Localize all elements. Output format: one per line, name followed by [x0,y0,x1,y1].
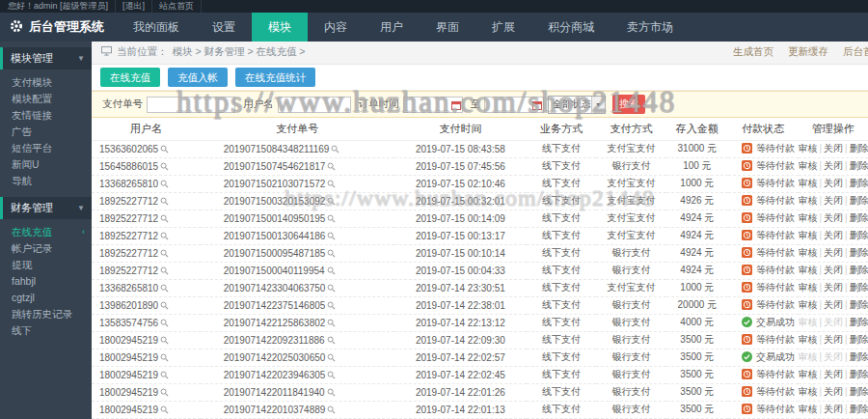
op-link-删除[interactable]: 删除 [850,386,868,397]
op-link-审核[interactable]: 审核 [799,334,818,345]
magnifier-icon[interactable] [160,388,169,397]
op-link-删除[interactable]: 删除 [850,282,868,293]
sidebar-item-友情链接[interactable]: 友情链接 [0,107,92,124]
username-input[interactable] [278,97,351,113]
op-link-删除[interactable]: 删除 [850,369,868,379]
magnifier-icon[interactable] [327,371,336,379]
op-link-关闭[interactable]: 关闭 [824,195,843,206]
nav-tab-模块[interactable]: 模块 [252,13,308,42]
op-link-审核[interactable]: 审核 [799,369,818,379]
toolbar-button-充值入帐[interactable]: 充值入帐 [168,68,228,87]
magnifier-icon[interactable] [331,145,339,154]
op-link-删除[interactable]: 删除 [850,160,868,171]
op-link-关闭[interactable]: 关闭 [824,334,843,345]
magnifier-icon[interactable] [327,405,336,414]
magnifier-icon[interactable] [327,319,336,327]
op-link-删除[interactable]: 删除 [850,334,868,345]
magnifier-icon[interactable] [160,249,169,258]
toolbar-button-在线充值[interactable]: 在线充值 [100,68,160,87]
magnifier-icon[interactable] [160,214,169,223]
magnifier-icon[interactable] [160,405,169,414]
op-link-审核[interactable]: 审核 [799,143,818,154]
quick-link-生成首页[interactable]: 生成首页 [733,45,773,59]
logout-link[interactable]: [退出] [116,0,152,13]
op-link-关闭[interactable]: 关闭 [824,230,843,240]
magnifier-icon[interactable] [160,319,169,327]
magnifier-icon[interactable] [327,301,336,310]
magnifier-icon[interactable] [327,284,336,293]
nav-tab-设置[interactable]: 设置 [196,13,252,42]
op-link-关闭[interactable]: 关闭 [824,143,843,154]
sidebar-item-cgtzjl[interactable]: cgtzjl [0,290,92,306]
nav-tab-我的面板[interactable]: 我的面板 [117,13,196,42]
magnifier-icon[interactable] [160,197,169,206]
site-home-link[interactable]: 站点首页 [152,0,202,13]
nav-tab-扩展[interactable]: 扩展 [475,13,531,42]
op-link-审核[interactable]: 审核 [799,212,818,223]
op-link-关闭[interactable]: 关闭 [824,404,843,414]
op-link-删除[interactable]: 删除 [850,195,868,206]
op-link-删除[interactable]: 删除 [850,404,868,414]
sidebar-item-帐户记录[interactable]: 帐户记录 [0,240,92,257]
op-link-关闭[interactable]: 关闭 [824,282,843,293]
magnifier-icon[interactable] [160,145,169,154]
op-link-删除[interactable]: 删除 [850,178,868,188]
magnifier-icon[interactable] [327,388,336,397]
sidebar-item-导航[interactable]: 导航 [0,173,92,189]
sidebar-item-新闻U[interactable]: 新闻U [0,156,92,173]
magnifier-icon[interactable] [160,266,169,275]
op-link-删除[interactable]: 删除 [850,247,868,258]
sidebar-item-线下[interactable]: 线下 [0,322,92,339]
sidebar-item-跳转历史记录[interactable]: 跳转历史记录 [0,306,92,322]
op-link-关闭[interactable]: 关闭 [824,212,843,223]
magnifier-icon[interactable] [160,232,169,240]
magnifier-icon[interactable] [160,162,169,171]
op-link-关闭[interactable]: 关闭 [824,247,843,258]
op-link-审核[interactable]: 审核 [799,386,818,397]
op-link-关闭[interactable]: 关闭 [824,160,843,171]
quick-link-更新缓存[interactable]: 更新缓存 [788,45,828,59]
sidebar-item-fahbjl[interactable]: fahbjl [0,273,92,290]
magnifier-icon[interactable] [327,353,336,362]
sidebar-item-广告[interactable]: 广告 [0,124,92,140]
op-link-审核[interactable]: 审核 [799,247,818,258]
op-link-审核[interactable]: 审核 [799,160,818,171]
op-link-删除[interactable]: 删除 [850,212,868,223]
op-link-审核[interactable]: 审核 [799,195,818,206]
op-link-删除[interactable]: 删除 [850,265,868,275]
magnifier-icon[interactable] [327,232,336,240]
op-link-删除[interactable]: 删除 [850,143,868,154]
op-link-删除[interactable]: 删除 [850,351,868,362]
pay-no-input[interactable] [147,97,235,113]
op-link-删除[interactable]: 删除 [850,299,868,310]
magnifier-icon[interactable] [160,371,169,379]
op-link-删除[interactable]: 删除 [850,317,868,327]
magnifier-icon[interactable] [160,180,169,188]
search-button[interactable]: 搜索 [612,95,645,114]
op-link-审核[interactable]: 审核 [799,265,818,275]
sidebar-item-提现[interactable]: 提现 [0,257,92,273]
op-link-审核[interactable]: 审核 [799,299,818,310]
magnifier-icon[interactable] [160,284,169,293]
op-link-关闭[interactable]: 关闭 [824,265,843,275]
magnifier-icon[interactable] [327,249,336,258]
magnifier-icon[interactable] [327,162,336,171]
op-link-关闭[interactable]: 关闭 [824,299,843,310]
sidebar-section-title[interactable]: 模块管理▼ [0,47,92,70]
op-link-审核[interactable]: 审核 [799,404,818,414]
sidebar-item-支付模块[interactable]: 支付模块 [0,74,92,91]
op-link-关闭[interactable]: 关闭 [824,386,843,397]
magnifier-icon[interactable] [160,336,169,345]
magnifier-icon[interactable] [327,214,336,223]
nav-tab-内容[interactable]: 内容 [308,13,364,42]
nav-tab-积分商城[interactable]: 积分商城 [531,13,610,42]
op-link-关闭[interactable]: 关闭 [824,178,843,188]
quick-link-后台首页[interactable]: 后台首页 [843,45,868,59]
magnifier-icon[interactable] [160,353,169,362]
nav-tab-界面[interactable]: 界面 [420,13,475,42]
nav-tab-用户[interactable]: 用户 [364,13,420,42]
toolbar-button-在线充值统计[interactable]: 在线充值统计 [235,68,315,87]
op-link-审核[interactable]: 审核 [799,230,818,240]
magnifier-icon[interactable] [327,266,336,275]
op-link-审核[interactable]: 审核 [799,178,818,188]
